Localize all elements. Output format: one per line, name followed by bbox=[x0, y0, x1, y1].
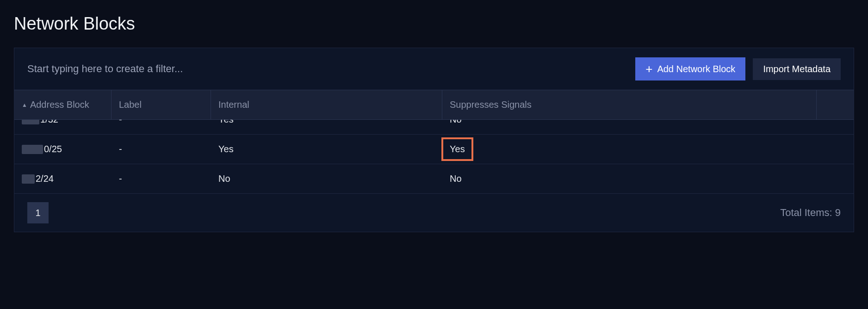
redacted-block bbox=[22, 120, 39, 124]
table-row[interactable]: 2/24-NoNo bbox=[14, 164, 854, 194]
header-label-label: Label bbox=[119, 99, 142, 110]
add-network-block-button[interactable]: + Add Network Block bbox=[635, 57, 745, 80]
cell-suppresses-signals: Yes bbox=[442, 135, 817, 164]
add-button-label: Add Network Block bbox=[657, 64, 735, 74]
table-header-row: ▲ Address Block Label Internal Suppresse… bbox=[14, 90, 854, 120]
cell-label: - bbox=[112, 120, 211, 134]
redacted-block bbox=[22, 174, 35, 184]
address-suffix: 0/25 bbox=[44, 144, 62, 154]
address-suffix: 2/24 bbox=[36, 173, 54, 184]
cell-end bbox=[817, 135, 854, 164]
address-suffix: 1/32 bbox=[40, 120, 58, 125]
cell-internal: Yes bbox=[211, 135, 442, 164]
cell-label: - bbox=[112, 164, 211, 193]
page-1-button[interactable]: 1 bbox=[27, 202, 49, 223]
cell-suppresses-signals: No bbox=[442, 164, 817, 193]
cell-label: - bbox=[112, 135, 211, 164]
page-title: Network Blocks bbox=[14, 14, 854, 34]
cell-internal: No bbox=[211, 164, 442, 193]
table-row[interactable]: 0/25-YesYes bbox=[14, 135, 854, 164]
redacted-block bbox=[22, 145, 43, 154]
import-button-label: Import Metadata bbox=[763, 64, 831, 74]
table-footer: 1 Total Items: 9 bbox=[14, 194, 854, 232]
cell-suppresses-signals: No bbox=[442, 120, 817, 134]
table-row[interactable]: 1/32-YesNo bbox=[14, 120, 854, 135]
cell-address-block: 2/24 bbox=[14, 164, 112, 193]
suppresses-value: No bbox=[450, 120, 462, 125]
plus-icon: + bbox=[645, 63, 652, 75]
suppresses-value: No bbox=[450, 173, 462, 184]
import-metadata-button[interactable]: Import Metadata bbox=[753, 58, 841, 80]
column-end bbox=[817, 90, 854, 119]
cell-address-block: 1/32 bbox=[14, 120, 112, 134]
cell-internal: Yes bbox=[211, 120, 442, 134]
header-internal-label: Internal bbox=[218, 99, 249, 110]
toolbar: + Add Network Block Import Metadata bbox=[14, 48, 854, 90]
suppresses-value: Yes bbox=[441, 137, 473, 161]
filter-input[interactable] bbox=[27, 63, 628, 75]
cell-end bbox=[817, 164, 854, 193]
column-suppresses-signals[interactable]: Suppresses Signals bbox=[442, 90, 817, 119]
sort-asc-icon: ▲ bbox=[22, 102, 27, 108]
column-address-block[interactable]: ▲ Address Block bbox=[14, 90, 112, 119]
total-items-label: Total Items: 9 bbox=[780, 207, 841, 219]
network-blocks-panel: + Add Network Block Import Metadata ▲ Ad… bbox=[14, 48, 854, 232]
column-label[interactable]: Label bbox=[112, 90, 211, 119]
cell-address-block: 0/25 bbox=[14, 135, 112, 164]
table-body: 1/32-YesNo0/25-YesYes2/24-NoNo bbox=[14, 120, 854, 194]
cell-end bbox=[817, 120, 854, 134]
column-internal[interactable]: Internal bbox=[211, 90, 442, 119]
header-suppresses-label: Suppresses Signals bbox=[450, 99, 532, 110]
header-address-block-label: Address Block bbox=[30, 99, 89, 110]
